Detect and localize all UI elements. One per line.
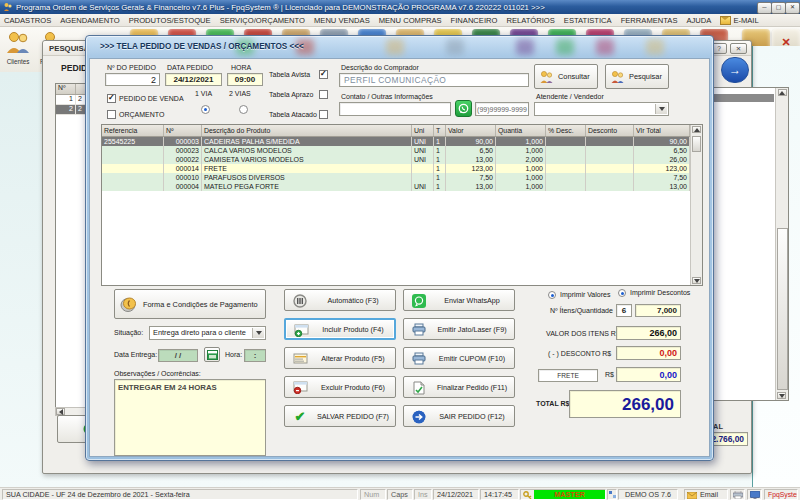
column-header[interactable]: Quantia	[496, 125, 546, 136]
imprimir-descontos-label: Imprimir Descontos	[630, 289, 690, 296]
close-button[interactable]: ✕	[785, 2, 800, 14]
calendar-button[interactable]	[204, 347, 220, 362]
pedido-venda-checkbox[interactable]	[107, 94, 116, 103]
sair-pedido-button[interactable]: SAIR PEDIDO (F12)	[403, 405, 515, 427]
orcamento-checkbox[interactable]	[107, 110, 116, 119]
tabela-atacado-checkbox[interactable]	[319, 110, 328, 119]
hora-pedido-field[interactable]: 09:00	[227, 73, 263, 86]
pesquisa-vscrollbar[interactable]	[775, 88, 788, 400]
menu-item-email[interactable]: E-MAIL	[720, 16, 758, 25]
clientes-icon[interactable]	[4, 29, 32, 55]
column-header[interactable]: Vlr Total	[634, 125, 690, 136]
consultar-button[interactable]: Consultar	[534, 64, 598, 89]
column-header[interactable]: Referencia	[102, 125, 164, 136]
products-vscrollbar[interactable]	[690, 125, 702, 285]
whatsapp-button[interactable]	[455, 100, 472, 117]
frete-field: 0,00	[616, 367, 681, 382]
hora-entrega-field[interactable]: :	[244, 349, 266, 362]
menu-item-cadastros[interactable]: CADASTROS	[4, 16, 51, 25]
pesquisa-close-button[interactable]: ✕	[730, 43, 747, 54]
menu-item-ajuda[interactable]: AJUDA	[686, 16, 711, 25]
arrow-right-icon: →	[729, 63, 741, 77]
scroll-down-icon[interactable]	[692, 277, 701, 284]
product-row[interactable]: 000004MATELO PEGA FORTEUNI113,001,00013,…	[102, 182, 702, 191]
menu-item-relat-rios[interactable]: RELATÓRIOS	[506, 16, 554, 25]
menu-item-financeiro[interactable]: FINANCEIRO	[451, 16, 498, 25]
finalizar-pedido-button[interactable]: Finalizar Pedido (F11)	[403, 376, 515, 398]
descricao-comprador-field[interactable]: PERFIL COMUNICAÇÃO	[339, 73, 529, 87]
data-pedido-field[interactable]: 24/12/2021	[165, 73, 222, 86]
tabela-avista-checkbox[interactable]	[319, 70, 328, 79]
column-header[interactable]: T	[434, 125, 446, 136]
tabela-aprazo-checkbox[interactable]	[319, 90, 328, 99]
orcamento-label: ORÇAMENTO	[119, 111, 164, 118]
scroll-left-icon[interactable]	[56, 408, 65, 415]
status-email[interactable]: Email	[684, 489, 728, 500]
consultar-people-icon	[539, 70, 554, 84]
key-icon	[523, 491, 532, 500]
barcode-circle-icon	[292, 293, 308, 308]
alterar-produto-button[interactable]: Alterar Produto (F5)	[284, 347, 396, 369]
whatsapp-icon	[411, 293, 427, 308]
contato-field[interactable]	[339, 102, 451, 116]
imprimir-descontos-radio[interactable]	[618, 289, 626, 297]
salvar-pedido-button[interactable]: ✔ SALVAR PEDIDO (F7)	[284, 405, 396, 427]
menu-item-menu-vendas[interactable]: MENU VENDAS	[314, 16, 370, 25]
column-header[interactable]: Uni	[412, 125, 434, 136]
products-table[interactable]: ReferenciaNºDescrição do ProdutoUniTValo…	[101, 124, 703, 286]
pesquisar-button[interactable]: Pesquisar	[605, 64, 669, 89]
incluir-produto-button[interactable]: Incluir Produto (F4)	[284, 318, 396, 340]
enviar-whatsapp-button[interactable]: Enviar WhatsApp	[403, 289, 515, 311]
email-icon	[720, 16, 731, 25]
atendente-dropdown[interactable]	[534, 102, 669, 116]
telefone-field[interactable]: (99)99999-9999	[475, 102, 529, 116]
contato-label: Contato / Outras Informações	[341, 93, 433, 100]
column-header[interactable]: % Desc.	[546, 125, 586, 136]
column-header[interactable]: Nº	[164, 125, 202, 136]
product-row[interactable]: 000023CALCA VARIOS MODELOSUNI16,501,0006…	[102, 146, 702, 155]
via2-radio[interactable]	[239, 105, 248, 114]
emitir-cupom-button[interactable]: Emitir CUPOM (F10)	[403, 347, 515, 369]
menu-item-produtos-estoque[interactable]: PRODUTOS/ESTOQUE	[129, 16, 211, 25]
automatico-button[interactable]: Automático (F3)	[284, 289, 396, 311]
chevron-down-icon[interactable]	[252, 328, 264, 338]
status-time: 14:17:45	[480, 489, 519, 500]
scroll-up-icon[interactable]	[778, 89, 787, 96]
column-header[interactable]: Desconto	[586, 125, 634, 136]
num-pedido-field[interactable]: 2	[105, 73, 160, 86]
via1-radio[interactable]	[201, 105, 210, 114]
pesquisa-go-button[interactable]: →	[721, 57, 749, 83]
scroll-thumb[interactable]	[692, 136, 701, 152]
pagamento-button[interactable]: Forma e Condições de Pagamento	[114, 289, 266, 319]
menu-item-estatistica[interactable]: ESTATISTICA	[564, 16, 612, 25]
menu-item-menu-compras[interactable]: MENU COMPRAS	[379, 16, 442, 25]
column-header[interactable]: Descrição do Produto	[202, 125, 412, 136]
situacao-dropdown[interactable]: Entrega direto para o cliente	[149, 326, 266, 340]
status-monitor-panel[interactable]	[747, 489, 762, 500]
dialog-titlebar[interactable]: >>> TELA PEDIDO DE VENDAS / ORÇAMENTOS <…	[86, 36, 713, 58]
data-entrega-field[interactable]: / /	[158, 349, 198, 362]
excluir-produto-button[interactable]: Excluir Produto (F6)	[284, 376, 396, 398]
emitir-jato-laser-button[interactable]: Emitir Jato/Laser (F9)	[403, 318, 515, 340]
product-row[interactable]: 000022CAMISETA VARIOS MODELOSUNI113,002,…	[102, 155, 702, 164]
minimize-button[interactable]: ─	[757, 2, 772, 14]
status-ins: Ins	[414, 489, 432, 500]
chevron-down-icon[interactable]	[655, 104, 667, 114]
status-print-panel[interactable]	[730, 489, 745, 500]
scroll-up-icon[interactable]	[692, 126, 701, 133]
scroll-down-icon[interactable]	[777, 392, 786, 399]
imprimir-valores-radio[interactable]	[548, 291, 556, 299]
observacoes-textarea[interactable]: ENTREGAR EM 24 HORAS	[114, 379, 266, 456]
menu-item-agendamento[interactable]: AGENDAMENTO	[60, 16, 119, 25]
column-header[interactable]: Valor	[446, 125, 496, 136]
menu-item-ferramentas[interactable]: FERRAMENTAS	[621, 16, 678, 25]
pedido-venda-label: PEDIDO DE VENDA	[119, 95, 184, 102]
frete-button[interactable]: FRETE	[538, 369, 598, 382]
maximize-button[interactable]: ▢	[771, 2, 786, 14]
product-row[interactable]: 25545225000003CADEIRAS PALHA S/MEDIDAUNI…	[102, 137, 702, 146]
product-row[interactable]: 000010PARAFUSOS DIVERSOS17,501,0007,50	[102, 173, 702, 182]
scroll-thumb[interactable]	[777, 228, 788, 390]
menu-item-servi-o-or-amento[interactable]: SERVIÇO/ORÇAMENTO	[220, 16, 305, 25]
desconto-label: ( - ) DESCONTO R$	[548, 350, 611, 357]
product-row[interactable]: 000014FRETE1123,001,000123,00	[102, 164, 702, 173]
